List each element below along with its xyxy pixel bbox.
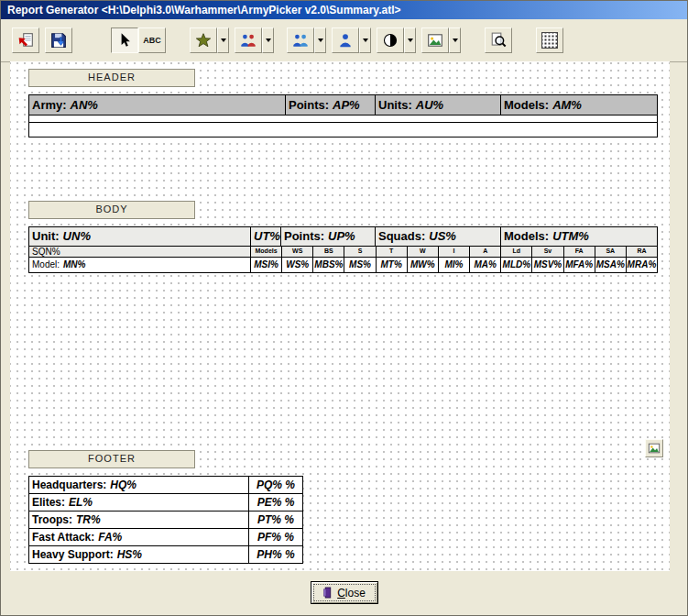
field-label: Model: — [32, 259, 60, 270]
body-models-cell[interactable]: Models:UTM% — [501, 227, 657, 246]
stat-col-header[interactable]: Models — [251, 247, 282, 257]
footer-row: Troops:TR% PT% % — [29, 512, 302, 529]
header-units-cell[interactable]: Units:AU% — [376, 95, 501, 115]
footer-row: Elites:EL% PE% % — [29, 494, 302, 512]
body-unit-cell[interactable]: Unit:UN% — [29, 227, 251, 246]
header-band: Army:AN% Points:AP% Units:AU% Models:AM% — [28, 94, 658, 138]
window-title: Report Generator <H:\Delphi3.0\Warhammer… — [7, 4, 401, 16]
footer-value-cell[interactable]: PQ% % — [249, 477, 302, 493]
header-band-tab[interactable]: HEADER — [28, 69, 195, 87]
stat-col-value[interactable]: MT% — [377, 258, 408, 272]
star-field-split-button — [190, 28, 229, 53]
chevron-down-icon — [408, 38, 413, 42]
body-unit-type-cell[interactable]: UT% — [251, 227, 281, 246]
header-army-cell[interactable]: Army:AN% — [29, 95, 286, 115]
stat-col-value[interactable]: WS% — [282, 258, 313, 272]
footer-label-cell[interactable]: Fast Attack:FA% — [29, 529, 249, 545]
field-placeholder: AU% — [416, 98, 443, 112]
body-points-cell[interactable]: Points:UP% — [281, 227, 376, 246]
group-field-dropdown-arrow[interactable] — [262, 28, 274, 53]
footer-value-cell[interactable]: PF% % — [249, 529, 302, 545]
field-label: Army: — [32, 98, 67, 112]
stat-col-header[interactable]: SA — [595, 247, 627, 257]
shape-field-button[interactable] — [377, 28, 404, 53]
person-field-button[interactable] — [332, 28, 359, 53]
header-spacer-row[interactable] — [29, 123, 657, 137]
close-button[interactable]: Close — [311, 581, 378, 604]
canvas-image-object-button[interactable] — [645, 439, 663, 457]
footer-band-tab[interactable]: FOOTER — [28, 450, 195, 468]
preview-magnifier-icon — [490, 32, 507, 49]
stat-col-value[interactable]: MSV% — [532, 258, 563, 272]
grid-toggle-button[interactable] — [536, 28, 563, 53]
body-squads-cell[interactable]: Squads:US% — [376, 227, 501, 246]
star-field-dropdown-arrow[interactable] — [217, 28, 229, 53]
header-points-cell[interactable]: Points:AP% — [286, 95, 376, 115]
stat-col-header[interactable]: Ld — [501, 247, 532, 257]
footer-label-cell[interactable]: Heavy Support:HS% — [29, 546, 249, 563]
title-bar[interactable]: Report Generator <H:\Delphi3.0\Warhammer… — [1, 1, 687, 19]
footer-label-cell[interactable]: Troops:TR% — [29, 512, 249, 528]
header-title-row: Army:AN% Points:AP% Units:AU% Models:AM% — [29, 95, 657, 116]
shape-field-dropdown-arrow[interactable] — [404, 28, 416, 53]
image-field-dropdown-arrow[interactable] — [449, 28, 461, 53]
header-models-cell[interactable]: Models:AM% — [501, 95, 657, 115]
stat-col-header[interactable]: Sv — [532, 247, 563, 257]
stat-col-header[interactable]: T — [377, 247, 408, 257]
chevron-down-icon — [221, 38, 226, 42]
stat-col-header[interactable]: BS — [313, 247, 344, 257]
preview-button[interactable] — [485, 28, 512, 53]
field-placeholder: PT% % — [257, 513, 294, 526]
chevron-down-icon — [363, 38, 368, 42]
star-field-button[interactable] — [190, 28, 217, 53]
stat-col-header[interactable]: FA — [564, 247, 595, 257]
body-band-tab[interactable]: BODY — [28, 201, 195, 219]
stat-col-header[interactable]: W — [408, 247, 439, 257]
stat-col-value[interactable]: MSA% — [595, 258, 627, 272]
field-placeholder: UN% — [63, 229, 91, 243]
stat-col-value[interactable]: MI% — [439, 258, 470, 272]
person-field-dropdown-arrow[interactable] — [359, 28, 371, 53]
chevron-down-icon — [318, 38, 323, 42]
header-spacer-row[interactable] — [29, 116, 657, 123]
person-icon — [337, 32, 354, 49]
stat-col-value[interactable]: MA% — [470, 258, 501, 272]
text-tool-button[interactable]: ABC — [138, 28, 166, 53]
open-report-button[interactable] — [12, 28, 39, 53]
picture-icon — [648, 442, 661, 455]
footer-value-cell[interactable]: PH% % — [249, 546, 302, 563]
save-report-button[interactable] — [45, 28, 72, 53]
select-tool-button[interactable] — [111, 28, 138, 53]
footer-row: Heavy Support:HS% PH% % — [29, 546, 302, 563]
design-canvas[interactable]: HEADER Army:AN% Points:AP% Units:AU% Mod… — [10, 61, 670, 571]
stat-col-value[interactable]: MSI% — [251, 258, 282, 272]
model-name-cell[interactable]: Model:MN% — [29, 258, 251, 272]
stat-col-value[interactable]: MW% — [408, 258, 439, 272]
stat-col-header[interactable]: WS — [282, 247, 313, 257]
squad-name-cell[interactable]: SQN% — [29, 247, 251, 257]
group-field-button[interactable] — [235, 28, 262, 53]
stat-col-header[interactable]: RA — [627, 247, 657, 257]
body-band-label: BODY — [95, 204, 127, 214]
stat-col-value[interactable]: MFA% — [564, 258, 595, 272]
footer-label-cell[interactable]: Elites:EL% — [29, 494, 249, 511]
pair-field-button[interactable] — [287, 28, 314, 53]
footer-value-cell[interactable]: PE% % — [249, 494, 302, 511]
stat-col-header[interactable]: A — [470, 247, 501, 257]
footer-label-cell[interactable]: Headquarters:HQ% — [29, 477, 249, 493]
pair-field-dropdown-arrow[interactable] — [314, 28, 326, 53]
stat-col-value[interactable]: MS% — [344, 258, 376, 272]
people-group-icon — [240, 32, 257, 49]
footer-row: Headquarters:HQ% PQ% % — [29, 477, 302, 494]
image-field-button[interactable] — [421, 28, 449, 53]
stat-col-header[interactable]: S — [344, 247, 376, 257]
open-report-icon — [17, 32, 34, 49]
field-placeholder: AM% — [552, 98, 582, 112]
footer-value-cell[interactable]: PT% % — [249, 512, 302, 528]
field-label: Headquarters: — [32, 478, 106, 491]
stat-col-header[interactable]: I — [439, 247, 470, 257]
stat-col-value[interactable]: MBS% — [313, 258, 344, 272]
stat-col-value[interactable]: MRA% — [627, 258, 657, 272]
exit-book-icon — [322, 587, 333, 599]
stat-col-value[interactable]: MLD% — [501, 258, 532, 272]
